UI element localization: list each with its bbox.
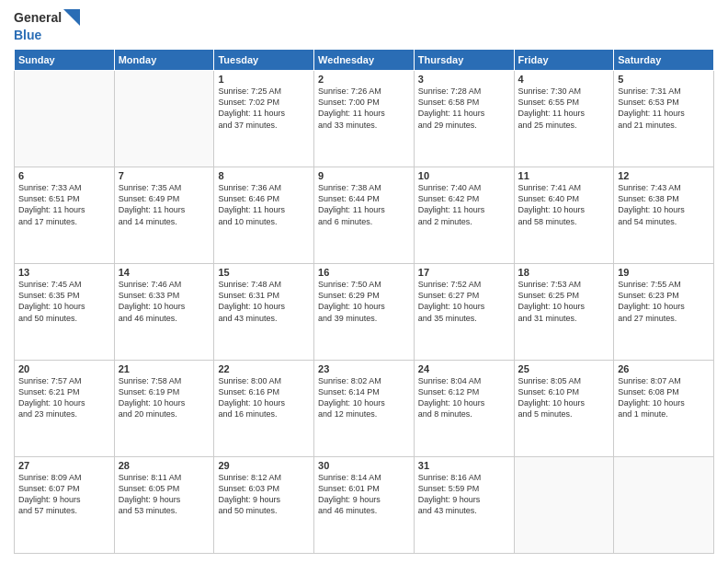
weekday-header-monday: Monday	[114, 50, 214, 71]
logo-arrow-icon	[63, 9, 80, 26]
day-number: 8	[218, 170, 310, 181]
day-number: 22	[218, 363, 310, 374]
day-number: 7	[119, 170, 210, 181]
day-detail: Sunrise: 8:14 AM Sunset: 6:01 PM Dayligh…	[318, 472, 410, 517]
day-number: 31	[418, 460, 510, 471]
day-detail: Sunrise: 8:05 AM Sunset: 6:10 PM Dayligh…	[518, 375, 610, 420]
day-number: 26	[618, 363, 710, 374]
day-number: 13	[18, 267, 110, 278]
calendar-table: SundayMondayTuesdayWednesdayThursdayFrid…	[14, 49, 714, 554]
day-detail: Sunrise: 7:45 AM Sunset: 6:35 PM Dayligh…	[18, 279, 110, 324]
day-number: 29	[218, 460, 310, 471]
calendar-cell: 9Sunrise: 7:38 AM Sunset: 6:44 PM Daylig…	[314, 167, 415, 264]
day-detail: Sunrise: 7:48 AM Sunset: 6:31 PM Dayligh…	[218, 279, 310, 324]
day-number: 23	[318, 363, 410, 374]
day-detail: Sunrise: 7:43 AM Sunset: 6:38 PM Dayligh…	[618, 182, 710, 227]
calendar-cell: 31Sunrise: 8:16 AM Sunset: 5:59 PM Dayli…	[414, 457, 514, 554]
calendar-cell	[614, 457, 714, 554]
calendar-cell: 8Sunrise: 7:36 AM Sunset: 6:46 PM Daylig…	[214, 167, 314, 264]
logo: General Blue	[14, 9, 80, 43]
calendar-cell: 30Sunrise: 8:14 AM Sunset: 6:01 PM Dayli…	[314, 457, 415, 554]
calendar-cell: 19Sunrise: 7:55 AM Sunset: 6:23 PM Dayli…	[614, 264, 714, 361]
day-detail: Sunrise: 7:33 AM Sunset: 6:51 PM Dayligh…	[18, 182, 110, 227]
calendar-cell: 25Sunrise: 8:05 AM Sunset: 6:10 PM Dayli…	[514, 361, 614, 457]
weekday-header-tuesday: Tuesday	[214, 50, 314, 71]
day-detail: Sunrise: 8:04 AM Sunset: 6:12 PM Dayligh…	[418, 375, 510, 420]
calendar-week-2: 6Sunrise: 7:33 AM Sunset: 6:51 PM Daylig…	[15, 167, 714, 264]
day-number: 5	[618, 74, 710, 85]
calendar-cell: 16Sunrise: 7:50 AM Sunset: 6:29 PM Dayli…	[314, 264, 415, 361]
calendar-cell: 4Sunrise: 7:30 AM Sunset: 6:55 PM Daylig…	[514, 71, 614, 167]
day-detail: Sunrise: 8:07 AM Sunset: 6:08 PM Dayligh…	[618, 375, 710, 420]
day-number: 24	[418, 363, 510, 374]
day-detail: Sunrise: 7:30 AM Sunset: 6:55 PM Dayligh…	[518, 86, 610, 131]
day-detail: Sunrise: 8:11 AM Sunset: 6:05 PM Dayligh…	[119, 472, 210, 517]
day-number: 28	[119, 460, 210, 471]
day-detail: Sunrise: 8:09 AM Sunset: 6:07 PM Dayligh…	[18, 472, 110, 517]
day-detail: Sunrise: 7:36 AM Sunset: 6:46 PM Dayligh…	[218, 182, 310, 227]
day-detail: Sunrise: 7:26 AM Sunset: 7:00 PM Dayligh…	[318, 86, 410, 131]
calendar-cell: 23Sunrise: 8:02 AM Sunset: 6:14 PM Dayli…	[314, 361, 415, 457]
calendar-cell: 1Sunrise: 7:25 AM Sunset: 7:02 PM Daylig…	[214, 71, 314, 167]
day-number: 18	[518, 267, 610, 278]
day-number: 1	[218, 74, 310, 85]
calendar-cell: 18Sunrise: 7:53 AM Sunset: 6:25 PM Dayli…	[514, 264, 614, 361]
logo-text: General Blue	[14, 9, 80, 43]
calendar-cell: 22Sunrise: 8:00 AM Sunset: 6:16 PM Dayli…	[214, 361, 314, 457]
weekday-header-friday: Friday	[514, 50, 614, 71]
calendar-cell: 2Sunrise: 7:26 AM Sunset: 7:00 PM Daylig…	[314, 71, 415, 167]
day-number: 19	[618, 267, 710, 278]
day-number: 9	[318, 170, 410, 181]
calendar-cell: 7Sunrise: 7:35 AM Sunset: 6:49 PM Daylig…	[114, 167, 214, 264]
calendar-cell: 12Sunrise: 7:43 AM Sunset: 6:38 PM Dayli…	[614, 167, 714, 264]
day-detail: Sunrise: 8:00 AM Sunset: 6:16 PM Dayligh…	[218, 375, 310, 420]
calendar-cell: 21Sunrise: 7:58 AM Sunset: 6:19 PM Dayli…	[114, 361, 214, 457]
weekday-header-thursday: Thursday	[414, 50, 514, 71]
day-detail: Sunrise: 7:40 AM Sunset: 6:42 PM Dayligh…	[418, 182, 510, 227]
calendar-cell: 3Sunrise: 7:28 AM Sunset: 6:58 PM Daylig…	[414, 71, 514, 167]
day-number: 16	[318, 267, 410, 278]
calendar-cell: 10Sunrise: 7:40 AM Sunset: 6:42 PM Dayli…	[414, 167, 514, 264]
header: General Blue	[14, 9, 714, 43]
day-detail: Sunrise: 7:38 AM Sunset: 6:44 PM Dayligh…	[318, 182, 410, 227]
day-number: 11	[518, 170, 610, 181]
day-detail: Sunrise: 8:12 AM Sunset: 6:03 PM Dayligh…	[218, 472, 310, 517]
calendar-cell: 5Sunrise: 7:31 AM Sunset: 6:53 PM Daylig…	[614, 71, 714, 167]
calendar-week-4: 20Sunrise: 7:57 AM Sunset: 6:21 PM Dayli…	[15, 361, 714, 457]
day-number: 14	[119, 267, 210, 278]
day-number: 20	[18, 363, 110, 374]
calendar-cell: 24Sunrise: 8:04 AM Sunset: 6:12 PM Dayli…	[414, 361, 514, 457]
day-number: 12	[618, 170, 710, 181]
calendar-cell	[514, 457, 614, 554]
weekday-header-wednesday: Wednesday	[314, 50, 415, 71]
day-detail: Sunrise: 7:46 AM Sunset: 6:33 PM Dayligh…	[119, 279, 210, 324]
day-number: 30	[318, 460, 410, 471]
day-number: 15	[218, 267, 310, 278]
day-detail: Sunrise: 7:57 AM Sunset: 6:21 PM Dayligh…	[18, 375, 110, 420]
day-detail: Sunrise: 8:16 AM Sunset: 5:59 PM Dayligh…	[418, 472, 510, 517]
day-number: 2	[318, 74, 410, 85]
calendar-week-5: 27Sunrise: 8:09 AM Sunset: 6:07 PM Dayli…	[15, 457, 714, 554]
calendar-cell: 29Sunrise: 8:12 AM Sunset: 6:03 PM Dayli…	[214, 457, 314, 554]
day-detail: Sunrise: 7:28 AM Sunset: 6:58 PM Dayligh…	[418, 86, 510, 131]
day-detail: Sunrise: 7:35 AM Sunset: 6:49 PM Dayligh…	[119, 182, 210, 227]
calendar-cell: 14Sunrise: 7:46 AM Sunset: 6:33 PM Dayli…	[114, 264, 214, 361]
day-detail: Sunrise: 7:41 AM Sunset: 6:40 PM Dayligh…	[518, 182, 610, 227]
svg-marker-0	[63, 9, 80, 26]
day-detail: Sunrise: 7:31 AM Sunset: 6:53 PM Dayligh…	[618, 86, 710, 131]
day-detail: Sunrise: 7:52 AM Sunset: 6:27 PM Dayligh…	[418, 279, 510, 324]
calendar-week-3: 13Sunrise: 7:45 AM Sunset: 6:35 PM Dayli…	[15, 264, 714, 361]
day-detail: Sunrise: 7:50 AM Sunset: 6:29 PM Dayligh…	[318, 279, 410, 324]
calendar-cell: 20Sunrise: 7:57 AM Sunset: 6:21 PM Dayli…	[15, 361, 115, 457]
day-number: 4	[518, 74, 610, 85]
day-detail: Sunrise: 7:55 AM Sunset: 6:23 PM Dayligh…	[618, 279, 710, 324]
calendar-cell: 28Sunrise: 8:11 AM Sunset: 6:05 PM Dayli…	[114, 457, 214, 554]
day-number: 10	[418, 170, 510, 181]
day-detail: Sunrise: 7:53 AM Sunset: 6:25 PM Dayligh…	[518, 279, 610, 324]
day-number: 6	[18, 170, 110, 181]
day-number: 21	[119, 363, 210, 374]
calendar-cell: 17Sunrise: 7:52 AM Sunset: 6:27 PM Dayli…	[414, 264, 514, 361]
day-number: 17	[418, 267, 510, 278]
day-detail: Sunrise: 7:58 AM Sunset: 6:19 PM Dayligh…	[119, 375, 210, 420]
calendar-cell: 11Sunrise: 7:41 AM Sunset: 6:40 PM Dayli…	[514, 167, 614, 264]
